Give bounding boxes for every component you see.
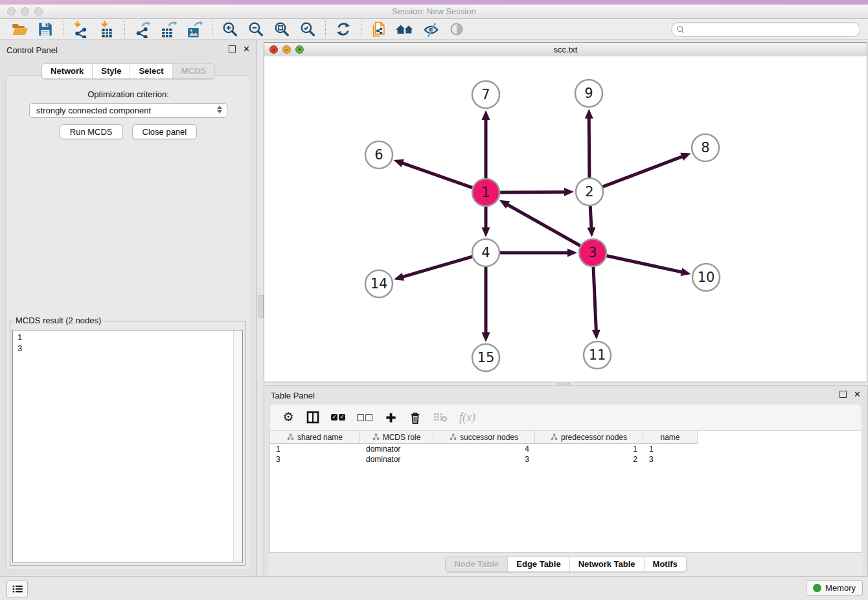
status-bar: Memory — [0, 576, 868, 600]
graph-edge-2-8[interactable] — [603, 156, 684, 187]
tab-style[interactable]: Style — [93, 64, 130, 78]
window-title: Session: New Session — [0, 6, 868, 16]
delete-column-icon[interactable] — [409, 410, 422, 425]
export-image-button[interactable] — [181, 19, 207, 39]
duplicate-network-icon — [371, 21, 388, 38]
cell-name[interactable]: 3 — [643, 455, 698, 464]
close-network-button[interactable]: x — [269, 45, 278, 54]
hide-panels-button[interactable] — [418, 19, 444, 39]
run-mcds-button[interactable]: Run MCDS — [60, 124, 123, 139]
save-session-button[interactable] — [32, 19, 58, 39]
column-header-name[interactable]: name — [643, 431, 698, 444]
task-history-button[interactable] — [6, 581, 28, 597]
duplicate-network-button[interactable] — [366, 19, 392, 39]
result-scrollbar[interactable] — [233, 330, 242, 562]
column-header-label: MCDS role — [383, 433, 421, 442]
graph-edge-3-11[interactable] — [593, 267, 596, 332]
column-header-successor-nodes[interactable]: successor nodes — [433, 431, 535, 444]
delete-table-icon — [433, 410, 448, 425]
home-button[interactable] — [392, 19, 418, 39]
graph-edge-1-2[interactable] — [500, 192, 566, 192]
refresh-layout-button[interactable] — [330, 19, 356, 39]
refresh-icon — [335, 21, 352, 38]
table-row-node-3[interactable]: 3dominator323 — [270, 454, 862, 465]
search-field[interactable] — [671, 22, 860, 37]
function-builder-icon: f(x) — [459, 410, 475, 425]
tab-select[interactable]: Select — [130, 64, 172, 78]
tab-network-table[interactable]: Network Table — [570, 557, 645, 571]
graph-edge-4-14[interactable] — [402, 257, 472, 277]
minimize-network-button[interactable]: − — [282, 45, 291, 54]
main-toolbar — [0, 19, 868, 40]
search-input[interactable] — [687, 25, 860, 35]
graph-edge-arrowhead — [394, 159, 404, 167]
columns-icon[interactable] — [306, 410, 319, 425]
graph-edge-1-6[interactable] — [401, 163, 472, 188]
tab-motifs[interactable]: Motifs — [645, 557, 686, 571]
tab-node-table[interactable]: Node Table — [446, 557, 508, 571]
cell-shared-name[interactable]: 3 — [270, 455, 360, 464]
open-session-button[interactable] — [6, 19, 32, 39]
column-header-shared-name[interactable]: shared name — [270, 431, 360, 444]
vertical-split-handle[interactable] — [258, 295, 264, 318]
tab-network[interactable]: Network — [42, 64, 93, 78]
export-network-button[interactable] — [130, 19, 155, 39]
import-table-button[interactable] — [94, 19, 120, 39]
float-panel-icon[interactable] — [839, 391, 847, 398]
close-panel-button[interactable]: Close panel — [132, 124, 198, 139]
cell-shared-name[interactable]: 1 — [270, 444, 360, 454]
cell-predecessor-nodes[interactable]: 1 — [535, 444, 643, 454]
graph-node-label-11: 11 — [589, 347, 606, 363]
zoom-fit-button[interactable] — [269, 19, 295, 39]
column-header-label: name — [660, 433, 680, 442]
zoom-out-button[interactable] — [243, 19, 269, 39]
import-network-button[interactable] — [68, 19, 94, 39]
graph-edge-2-3[interactable] — [590, 206, 591, 229]
float-panel-icon[interactable] — [229, 45, 236, 52]
deselect-all-checkboxes-icon[interactable] — [357, 410, 372, 425]
add-column-icon[interactable] — [384, 410, 397, 425]
toolbar-separator — [124, 21, 125, 38]
graph-edge-arrowhead — [394, 273, 404, 281]
zoom-selected-button[interactable] — [295, 19, 321, 39]
mcds-result-title: MCDS result (2 nodes) — [14, 316, 103, 325]
network-window-controls: x − + — [269, 45, 304, 54]
cell-successor-nodes[interactable]: 4 — [433, 444, 535, 454]
column-header-predecessor-nodes[interactable]: predecessor nodes — [535, 431, 643, 444]
memory-button[interactable]: Memory — [806, 580, 863, 596]
maximize-network-button[interactable]: + — [295, 45, 304, 54]
cell-successor-nodes[interactable]: 3 — [433, 455, 535, 464]
graph-edge-3-10[interactable] — [607, 256, 683, 273]
column-namespace-icon — [551, 433, 558, 441]
table-row-node-1[interactable]: 1dominator411 — [270, 444, 862, 454]
close-panel-icon[interactable]: ✕ — [243, 46, 250, 52]
select-all-checkboxes-icon[interactable] — [331, 410, 345, 425]
control-panel-title: Control Panel — [6, 45, 58, 55]
mcds-result-textarea[interactable]: 13 — [12, 330, 243, 562]
column-header-MCDS-role[interactable]: MCDS role — [360, 431, 433, 444]
mcds-result-line: 3 — [17, 343, 242, 354]
titlebar: Session: New Session — [0, 5, 868, 19]
export-image-icon — [186, 21, 203, 38]
table-panel: Table Panel ✕ ⚙ — [264, 385, 868, 577]
graph-node-label-1: 1 — [481, 185, 490, 200]
cell-name[interactable]: 1 — [643, 444, 698, 454]
network-canvas[interactable]: 7968124314101511 — [264, 56, 867, 382]
graph-edge-2-9[interactable] — [589, 117, 589, 178]
criterion-select[interactable]: strongly connected component — [29, 103, 227, 118]
preview-button[interactable] — [444, 19, 470, 39]
column-namespace-icon — [372, 433, 380, 441]
graph-edge-3-1[interactable] — [506, 204, 580, 246]
export-table-button[interactable] — [155, 19, 181, 39]
tab-edge-table[interactable]: Edge Table — [508, 557, 569, 571]
settings-icon[interactable]: ⚙ — [282, 410, 295, 425]
zoom-in-button[interactable] — [217, 19, 243, 39]
close-panel-icon[interactable]: ✕ — [854, 391, 861, 398]
tab-mcds[interactable]: MCDS — [173, 64, 214, 78]
mcds-result-lines: 13 — [17, 332, 242, 354]
table-tabs: Node Table Edge Table Network Table Moti… — [264, 557, 867, 572]
node-table-header: shared nameMCDS rolesuccessor nodesprede… — [270, 431, 862, 444]
cell-predecessor-nodes[interactable]: 2 — [535, 455, 643, 464]
cell-MCDS-role[interactable]: dominator — [360, 455, 433, 464]
cell-MCDS-role[interactable]: dominator — [360, 444, 433, 454]
